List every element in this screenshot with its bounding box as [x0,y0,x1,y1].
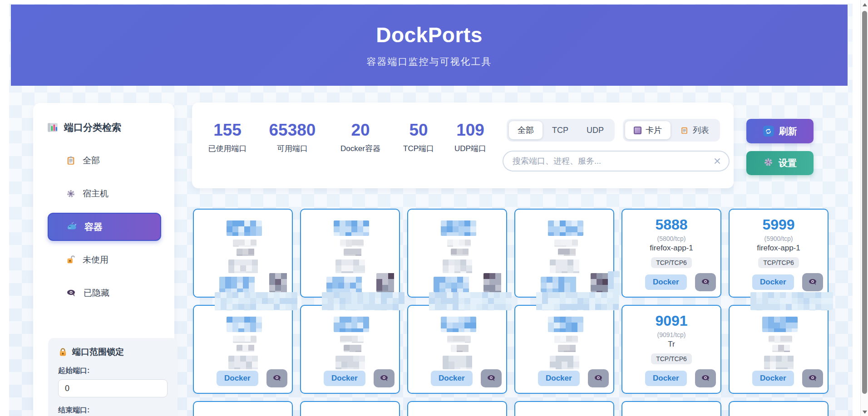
port-card[interactable]: 5999(5900/tcp)firefox-app-1TCP/TCP6Docke… [729,209,829,298]
view-option-label: 卡片 [646,125,662,136]
port-card[interactable]: Docker [729,305,829,394]
toggle-visibility-button[interactable] [588,369,609,387]
sidebar-item-容器[interactable]: 容器 [48,213,161,241]
view-option-卡片[interactable]: 卡片 [625,121,671,139]
port-card[interactable] [514,401,614,416]
protocol-option-全部[interactable]: 全部 [509,121,542,139]
blurred-toggle-visibility-button[interactable] [483,273,503,292]
blurred-port-number [762,317,798,332]
port-card[interactable]: Docker [193,305,293,394]
blurred-protocol-badge [550,356,584,369]
toggle-visibility-button[interactable] [695,273,716,291]
whale-icon [66,221,78,233]
blurred-docker-badge [434,277,472,292]
port-mapping: (5800/tcp) [622,235,720,242]
port-range-panel: 端口范围锁定 起始端口: 结束端口: [48,338,178,416]
toggle-visibility-button[interactable] [802,273,823,291]
protocol-badge: TCP/TCP6 [651,257,692,268]
port-card[interactable] [407,401,507,416]
port-card[interactable]: Docker [514,305,614,394]
gear-icon [763,157,774,170]
port-card[interactable] [514,209,614,298]
card-bottom-row: Docker [515,369,613,387]
port-card[interactable] [729,401,829,416]
blurred-container-name [558,249,579,256]
blurred-port-number [441,220,476,236]
protocol-badge: TCP/TCP6 [651,353,692,364]
settings-button[interactable]: 设置 [746,151,814,175]
stat-value: 155 [202,122,253,138]
blurred-toggle-visibility-button[interactable] [376,273,396,292]
stat-TCP端口: 50TCP端口 [396,122,441,154]
stat-label: UDP端口 [448,143,493,154]
sidebar-title-label: 端口分类检索 [64,121,121,134]
blurred-port-mapping [340,240,364,247]
scroll-up-arrow-icon[interactable] [863,3,867,6]
scrollbar-thumb[interactable] [862,11,867,394]
port-card[interactable] [300,401,400,416]
eye-icon [271,372,282,385]
view-option-列表[interactable]: 列表 [671,121,718,139]
docker-badge: Docker [752,274,794,290]
blurred-docker-badge [541,277,579,292]
stat-UDP端口: 109UDP端口 [448,122,493,154]
port-card[interactable] [621,401,721,416]
refresh-button[interactable]: 刷新 [746,119,814,143]
view-toggle: 卡片列表 [623,119,720,142]
port-card[interactable] [407,209,507,298]
protocol-option-UDP[interactable]: UDP [578,121,612,139]
protocol-option-TCP[interactable]: TCP [543,121,577,139]
sidebar-title: 端口分类检索 [47,121,174,134]
protocol-option-label: TCP [552,126,568,135]
sidebar-nav: 全部宿主机容器未使用已隐藏 [33,147,174,307]
stat-label: 可用端口 [260,143,325,154]
sidebar-item-宿主机[interactable]: 宿主机 [48,180,161,208]
clipboard-icon [66,156,76,166]
blurred-protocol-badge [228,356,263,369]
docker-badge: Docker [645,274,687,290]
blurred-protocol-badge [443,356,477,369]
search-input[interactable] [503,157,710,166]
port-card[interactable]: Docker [300,305,400,394]
port-card[interactable] [193,401,293,416]
blurred-port-mapping [233,240,256,247]
port-card[interactable]: 9091(9091/tcp)TrTCP/TCP6Docker [621,305,721,394]
container-name: firefox-app-1 [622,244,720,253]
toggle-visibility-button[interactable] [266,369,287,387]
port-mapping: (5900/tcp) [730,235,828,242]
eye-icon [700,276,711,289]
port-card[interactable] [300,209,400,298]
sidebar-item-已隐藏[interactable]: 已隐藏 [48,279,161,307]
toggle-visibility-button[interactable] [481,369,502,387]
start-port-input[interactable] [58,379,168,397]
stat-value: 20 [332,122,389,138]
docker-badge: Docker [645,371,687,386]
docker-badge: Docker [752,371,794,386]
eye-icon [807,276,818,289]
sidebar-item-label: 未使用 [83,254,108,266]
port-card-grid: 5888(5800/tcp)firefox-app-1TCP/TCP6Docke… [193,209,829,416]
eye-icon [486,372,497,385]
browser-scrollbar[interactable] [860,0,868,416]
port-card[interactable]: Docker [407,305,507,394]
clear-search-icon[interactable] [710,153,725,169]
card-bottom-row: Docker [408,369,506,387]
blurred-port-mapping [340,336,364,343]
docker-badge: Docker [538,371,580,386]
sidebar-item-未使用[interactable]: 未使用 [48,246,161,274]
toggle-visibility-button[interactable] [374,369,395,387]
toggle-visibility-button[interactable] [695,369,716,387]
refresh-icon [763,126,774,137]
protocol-badge: TCP/TCP6 [758,257,799,268]
port-card[interactable] [193,209,293,298]
sidebar-item-全部[interactable]: 全部 [48,147,161,175]
scroll-down-arrow-icon[interactable] [863,411,867,414]
protocol-option-label: UDP [587,126,604,135]
port-card[interactable]: 5888(5800/tcp)firefox-app-1TCP/TCP6Docke… [621,209,721,298]
toggle-visibility-button[interactable] [802,369,823,387]
sidebar: 端口分类检索 全部宿主机容器未使用已隐藏 端口范围锁定 起始端口: 结束端口: [33,103,174,416]
blurred-toggle-visibility-button[interactable] [269,273,289,292]
eye-icon [379,372,390,385]
card-bottom-row: Docker [301,369,399,387]
protocol-option-label: 全部 [518,125,534,136]
